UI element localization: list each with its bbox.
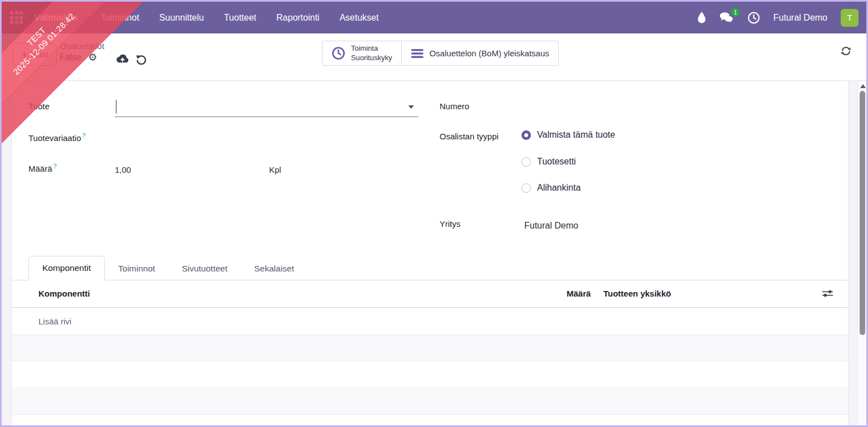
- add-row-link[interactable]: Lisää rivi: [38, 317, 71, 326]
- company-value[interactable]: Futural Demo: [524, 221, 578, 231]
- radio-kit[interactable]: Tuotesetti: [521, 157, 576, 167]
- user-avatar[interactable]: T: [841, 9, 859, 27]
- top-navbar: Valmistus Toiminnot Suunnittelu Tuotteet…: [2, 2, 866, 33]
- activity-performance-label: Toiminta Suorituskyky: [351, 44, 392, 62]
- menu-tuotteet[interactable]: Tuotteet: [217, 8, 264, 27]
- breadcrumb-osaluettelot[interactable]: Osaluettelot: [60, 41, 104, 51]
- messages-icon[interactable]: 1: [719, 12, 734, 24]
- help-icon[interactable]: ?: [53, 163, 57, 169]
- main-menu: Toiminnot Suunnittelu Tuotteet Raportoin…: [94, 8, 386, 27]
- vertical-scrollbar[interactable]: [857, 81, 866, 425]
- company-label: Yritys: [440, 219, 461, 229]
- control-panel: + Uusi Osaluettelot False ⚙: [2, 33, 866, 81]
- form-sheet: Tuote Tuotevariaatio? Määrä? 1,00 Kpl Nu…: [11, 81, 849, 425]
- tab-sivutuotteet[interactable]: Sivutuotteet: [168, 257, 241, 280]
- scroll-up-arrow-icon[interactable]: [860, 84, 866, 88]
- optional-columns-icon[interactable]: [822, 289, 833, 300]
- bom-type-label: Osalistan tyyppi: [440, 132, 499, 141]
- new-record-label: Uusi: [30, 50, 48, 60]
- plus-icon: +: [22, 49, 27, 60]
- components-table-header: Komponentti Määrä Tuotteen yksikkö: [12, 280, 848, 308]
- user-menu[interactable]: Futural Demo: [773, 13, 827, 23]
- apps-grid-icon[interactable]: [10, 11, 23, 24]
- clock-icon: [331, 46, 345, 60]
- new-record-button[interactable]: + Uusi: [13, 43, 57, 66]
- bars-icon: [411, 48, 424, 59]
- navbar-right: 1 Futural Demo T: [698, 9, 859, 27]
- radio-unselected-icon: [521, 157, 531, 167]
- radio-manufacture-product[interactable]: Valmista tämä tuote: [521, 130, 615, 140]
- text-caret: [116, 100, 116, 114]
- add-row: Lisää rivi: [12, 308, 848, 335]
- menu-raportointi[interactable]: Raportointi: [269, 8, 326, 27]
- tab-sekalaiset[interactable]: Sekalaiset: [241, 257, 308, 280]
- stat-buttons: Toiminta Suorituskyky Osaluettelon (BoM)…: [322, 41, 559, 66]
- table-row: [12, 362, 848, 388]
- droplet-icon[interactable]: [698, 12, 706, 23]
- quantity-label: Määrä?: [28, 163, 57, 173]
- table-row: [12, 415, 848, 427]
- scrollbar-thumb[interactable]: [860, 91, 865, 335]
- activity-performance-button[interactable]: Toiminta Suorituskyky: [323, 41, 401, 65]
- bom-overview-label: Osaluettelon (BoM) yleiskatsaus: [430, 48, 549, 58]
- tab-toiminnot[interactable]: Toiminnot: [105, 257, 168, 280]
- record-title: False: [60, 52, 81, 62]
- chevron-down-icon[interactable]: [408, 105, 414, 109]
- breadcrumb: Osaluettelot False ⚙: [60, 41, 104, 62]
- notebook-tabs: Komponentit Toiminnot Sivutuotteet Sekal…: [12, 255, 848, 280]
- col-maara[interactable]: Määrä: [567, 289, 591, 298]
- save-cloud-icon[interactable]: [116, 54, 129, 64]
- radio-unselected-icon: [521, 183, 531, 193]
- table-row: [12, 335, 848, 361]
- col-komponentti[interactable]: Komponentti: [38, 289, 90, 298]
- refresh-icon[interactable]: [841, 46, 851, 59]
- tab-komponentit[interactable]: Komponentit: [28, 256, 105, 280]
- menu-suunnittelu[interactable]: Suunnittelu: [152, 8, 211, 27]
- quantity-unit: Kpl: [269, 165, 281, 174]
- help-icon[interactable]: ?: [82, 132, 86, 139]
- content-area: Tuote Tuotevariaatio? Määrä? 1,00 Kpl Nu…: [2, 81, 866, 425]
- product-input[interactable]: [115, 97, 418, 117]
- product-label: Tuote: [28, 101, 50, 111]
- app-brand[interactable]: Valmistus: [34, 12, 78, 23]
- table-row: [12, 389, 848, 415]
- variant-label: Tuotevariaatio?: [28, 132, 86, 143]
- menu-toiminnot[interactable]: Toiminnot: [94, 8, 146, 27]
- activity-clock-icon[interactable]: [748, 12, 760, 24]
- gear-icon[interactable]: ⚙: [88, 52, 97, 62]
- discard-undo-icon[interactable]: [135, 54, 147, 65]
- bom-overview-button[interactable]: Osaluettelon (BoM) yleiskatsaus: [401, 41, 558, 65]
- quantity-value[interactable]: 1,00: [115, 165, 131, 174]
- app-window: Valmistus Toiminnot Suunnittelu Tuotteet…: [0, 0, 868, 427]
- col-tuotteen-yksikko[interactable]: Tuotteen yksikkö: [603, 289, 671, 298]
- message-count-badge: 1: [731, 8, 740, 17]
- radio-selected-icon: [521, 130, 531, 140]
- reference-label: Numero: [440, 101, 469, 111]
- radio-subcontracting[interactable]: Alihankinta: [521, 183, 581, 193]
- menu-asetukset[interactable]: Asetukset: [332, 8, 386, 27]
